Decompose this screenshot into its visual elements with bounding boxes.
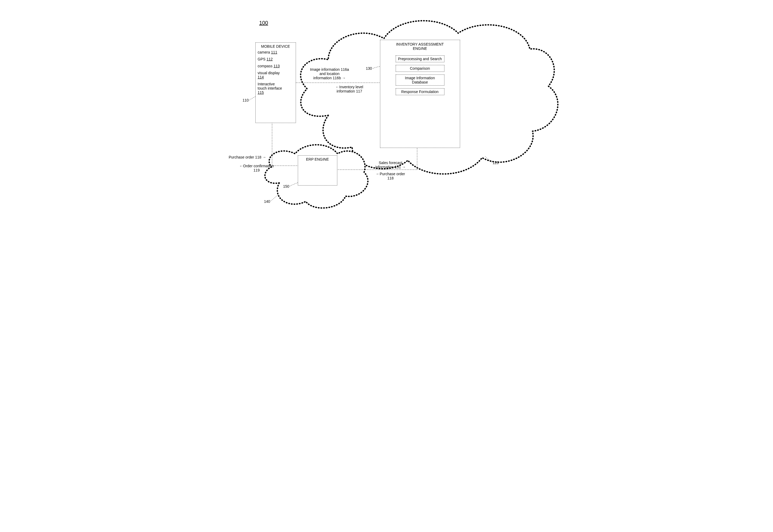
flow-image-info: Image information 116a and location info… — [296, 67, 363, 80]
sub-preprocessing: Preprocessing and Search — [396, 55, 445, 62]
sub-image-db: Image Information Database — [396, 74, 445, 86]
gps-ref: 112 — [266, 57, 272, 61]
sub-response: Response Formulation — [396, 88, 445, 95]
ref-140: 140 — [264, 199, 270, 204]
camera-row: camera 111 — [258, 50, 293, 54]
flow-sf-l2: information 151 — [364, 165, 417, 169]
touch-label2: touch interface — [258, 86, 293, 90]
flow-order-confirmation: Order confirmation 119 — [230, 164, 283, 172]
ref-150: 150 — [283, 184, 289, 188]
display-row: visual display 114 — [258, 71, 293, 79]
flow-po2-l1: Purchase order — [364, 172, 417, 176]
compass-row: compass 113 — [258, 64, 293, 68]
display-label: visual display — [258, 71, 293, 75]
engine-title2: ENGINE — [383, 46, 457, 51]
flow-purchase-order-1: Purchase order 118 — [229, 155, 266, 159]
erp-engine-box: ERP ENGINE — [298, 155, 337, 186]
mobile-device-title: MOBILE DEVICE — [258, 44, 293, 49]
touch-row: Interactive touch interface 115 — [258, 82, 293, 95]
inventory-engine-box: INVENTORY ASSESSMENT ENGINE Preprocessin… — [380, 40, 460, 148]
display-ref: 114 — [258, 75, 293, 79]
flow-inv-l1: Inventory level — [320, 85, 379, 89]
flow-purchase-order-2: Purchase order 118 — [364, 172, 417, 180]
flow-sf-l1: Sales forecast — [364, 161, 417, 165]
diagram-canvas: 100 MOBILE DEVICE camera 111 GPS — [217, 0, 556, 233]
flow-img-l1: Image information 116a — [296, 67, 363, 72]
erp-title: ERP ENGINE — [300, 157, 335, 161]
flow-inv-l2: information 117 — [320, 89, 379, 93]
flow-conf-l1: Order confirmation — [230, 164, 283, 168]
touch-label1: Interactive — [258, 82, 293, 86]
flow-inventory-level: Inventory level information 117 — [320, 85, 379, 93]
mobile-device-box: MOBILE DEVICE camera 111 GPS 112 compass… — [255, 42, 296, 123]
engine-title1: INVENTORY ASSESSMENT — [383, 42, 457, 46]
ref-130: 130 — [366, 66, 372, 71]
flow-img-l3: information 116b — [296, 76, 363, 80]
camera-ref: 111 — [271, 50, 277, 54]
touch-ref: 115 — [258, 90, 293, 95]
sub-comparison: Comparison — [396, 65, 445, 72]
ref-120: 120 — [493, 161, 499, 165]
compass-ref: 113 — [273, 64, 279, 68]
compass-label: compass — [258, 64, 274, 68]
ref-110: 110 — [243, 98, 249, 102]
flow-img-l2: and location — [296, 72, 363, 76]
flow-conf-l2: 119 — [230, 168, 283, 172]
gps-label: GPS — [258, 57, 266, 61]
gps-row: GPS 112 — [258, 57, 293, 61]
flow-sales-forecast: Sales forecast information 151 — [364, 161, 417, 169]
flow-po2-l2: 118 — [364, 176, 417, 180]
camera-label: camera — [258, 50, 271, 54]
